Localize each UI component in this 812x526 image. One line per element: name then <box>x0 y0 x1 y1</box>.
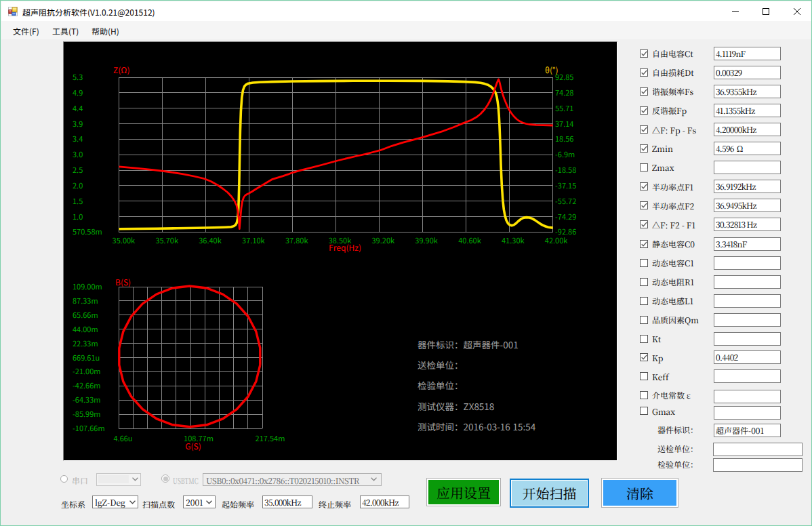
svg-text:37.14: 37.14 <box>555 118 573 129</box>
svg-text:Freq(Hz): Freq(Hz) <box>329 241 361 253</box>
svg-text:35.70k: 35.70k <box>155 235 178 245</box>
svg-text:570.58m: 570.58m <box>73 226 102 237</box>
svg-text:37.80k: 37.80k <box>285 235 308 245</box>
svg-text:-21.00m: -21.00m <box>73 365 100 376</box>
svg-text:-107.66m: -107.66m <box>73 422 105 433</box>
svg-text:器件标识：超声器件-001: 器件标识：超声器件-001 <box>418 338 519 351</box>
svg-text:42.00k: 42.00k <box>545 235 568 245</box>
svg-text:74.28: 74.28 <box>555 87 573 98</box>
svg-text:109.00m: 109.00m <box>73 281 102 291</box>
svg-text:Z(Ω): Z(Ω) <box>113 64 129 75</box>
svg-text:-18.58: -18.58 <box>555 164 576 175</box>
svg-text:测试仪器：ZX8518: 测试仪器：ZX8518 <box>418 399 494 413</box>
svg-text:-85.99m: -85.99m <box>73 408 100 419</box>
svg-text:3.9: 3.9 <box>73 118 83 129</box>
svg-text:G(S): G(S) <box>185 440 201 451</box>
svg-text:θ(°): θ(°) <box>545 64 559 75</box>
svg-text:3.0: 3.0 <box>73 148 83 159</box>
svg-text:送检单位：: 送检单位： <box>418 358 464 371</box>
svg-text:4.4: 4.4 <box>73 102 83 113</box>
svg-text:55.71: 55.71 <box>555 102 573 113</box>
svg-text:669.61u: 669.61u <box>73 352 100 363</box>
svg-text:217.54m: 217.54m <box>256 432 285 443</box>
svg-text:18.56: 18.56 <box>555 133 573 144</box>
svg-text:40.60k: 40.60k <box>458 235 481 245</box>
svg-text:1.0: 1.0 <box>73 211 83 222</box>
svg-text:36.40k: 36.40k <box>199 235 222 245</box>
svg-text:1.5: 1.5 <box>73 195 83 206</box>
svg-text:44.00m: 44.00m <box>73 323 98 334</box>
svg-text:22.33m: 22.33m <box>73 338 98 348</box>
svg-text:87.33m: 87.33m <box>73 295 98 306</box>
svg-text:-64.33m: -64.33m <box>73 394 100 405</box>
svg-text:-6.9m: -6.9m <box>555 148 575 159</box>
svg-text:-74.29: -74.29 <box>555 211 576 222</box>
svg-text:4.66u: 4.66u <box>113 432 132 443</box>
svg-text:5.3: 5.3 <box>73 71 83 82</box>
svg-text:-37.15: -37.15 <box>555 180 576 190</box>
svg-text:3.4: 3.4 <box>73 133 83 144</box>
svg-text:2.0: 2.0 <box>73 180 83 190</box>
svg-text:35.00k: 35.00k <box>113 235 136 245</box>
svg-text:-55.72: -55.72 <box>555 195 576 206</box>
svg-text:2.5: 2.5 <box>73 164 83 175</box>
svg-text:B(S): B(S) <box>115 276 131 287</box>
svg-text:65.66m: 65.66m <box>73 309 98 320</box>
svg-text:41.30k: 41.30k <box>502 235 525 245</box>
svg-text:39.90k: 39.90k <box>415 235 438 245</box>
svg-text:4.9: 4.9 <box>73 87 83 98</box>
svg-text:-42.66m: -42.66m <box>73 380 100 390</box>
svg-text:39.20k: 39.20k <box>372 235 395 245</box>
svg-text:测试时间：2016-03-16 15:54: 测试时间：2016-03-16 15:54 <box>418 420 536 433</box>
svg-text:检验单位：: 检验单位： <box>418 378 464 392</box>
svg-text:37.10k: 37.10k <box>242 235 265 245</box>
